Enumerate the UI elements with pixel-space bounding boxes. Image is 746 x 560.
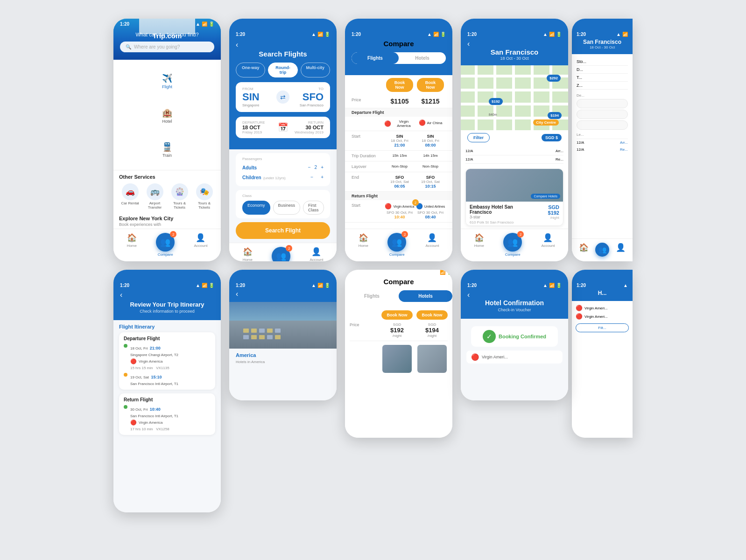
p-de-row1 (577, 99, 628, 108)
status-bar: 1:20 ▲ 📶 🔋 (113, 19, 221, 28)
pnav-compare[interactable]: 👥 (595, 243, 609, 257)
explore-subtitle: Book experiences with (119, 222, 215, 227)
cfab[interactable]: 👥 2 (387, 233, 406, 252)
adults-ctrl[interactable]: − 2 + (308, 165, 324, 170)
search-title: Search Flights (236, 50, 330, 58)
roundtrip-btn[interactable]: Round-trip (268, 63, 297, 77)
b4: 🔋 (324, 283, 330, 288)
ret-dot (124, 405, 127, 409)
cnav-compare[interactable]: 👥 2 Compare (387, 233, 406, 257)
snav-account[interactable]: 👤 Account (310, 247, 323, 261)
itinerary-body: Flight Itinerary Departure Flight 18 Oct… (113, 320, 221, 512)
nav-account[interactable]: 👤 Account (194, 233, 207, 257)
service-car-rental[interactable]: 🚗 Car Rental (119, 183, 141, 210)
search-flight-btn[interactable]: Search Flight (236, 222, 330, 239)
children-plus[interactable]: + (321, 175, 324, 180)
end2-date: 19 Oct, Sat (415, 180, 446, 184)
toggle-hotels[interactable]: Hotels (399, 52, 446, 64)
va-flag: 🔴 (384, 120, 391, 127)
toggle2-flights[interactable]: Flights (345, 290, 399, 302)
back-confirm[interactable]: ‹ (467, 291, 562, 299)
adults-minus[interactable]: − (308, 165, 311, 170)
toggle-flights[interactable]: Flights (352, 52, 399, 64)
snav-compare[interactable]: 👥 2 Compare (272, 247, 290, 261)
route-box: FROM SIN Singapore ⇄ TO SFO San Francisc… (236, 82, 330, 112)
multicity-btn[interactable]: Multi-city (301, 63, 330, 77)
sfnav-compare[interactable]: 👥 2 Compare (503, 233, 522, 257)
cnav-home[interactable]: 🏠 Home (359, 233, 368, 257)
tab-flight[interactable]: ✈️ Flight (117, 73, 217, 89)
scompare-icon: 👥 (276, 251, 286, 261)
w (259, 329, 265, 333)
screen-compare: 1:20 ▲ 📶 🔋 Compare Flights Hotels (345, 19, 452, 261)
swap-btn[interactable]: ⇄ (276, 91, 289, 104)
price-bubble-292[interactable]: $292 (547, 75, 561, 82)
currency-badge[interactable]: SGD $ (542, 134, 562, 141)
h-book-btn1[interactable]: Book Now (381, 310, 413, 320)
compare-hotels-btn[interactable]: Compare Hotels (531, 194, 560, 199)
economy-btn[interactable]: Economy (242, 201, 270, 215)
service-tours[interactable]: 🎡 Tours & Tickets (169, 183, 190, 210)
sfnav-home[interactable]: 🏠 Home (474, 233, 484, 257)
sfnav-home-label: Home (474, 244, 484, 248)
children-ctrl[interactable]: − + (310, 175, 324, 180)
compare-header: 1:20 ▲ 📶 🔋 Compare Flights Hotels (345, 19, 452, 75)
map-area[interactable]: $292 $192 $194 City Centre 840m (461, 65, 568, 130)
sfnav-account[interactable]: 👤 Account (541, 233, 555, 257)
p-section-de: De... (577, 93, 628, 130)
w6: 📶 (440, 270, 445, 275)
h-price-row: Price SGD $192 /night SGD $194 /night (350, 322, 448, 341)
cnav-account[interactable]: 👤 Account (425, 233, 439, 257)
ret-start2-date: SFO 30 Oct, Fri (415, 210, 446, 215)
h-book-btn2[interactable]: Book Now (416, 310, 448, 320)
ret-day: Wednesday 2019 (292, 130, 324, 134)
tab-train[interactable]: 🚆 Train (117, 142, 217, 158)
back-btn-itinerary[interactable]: ‹ (120, 291, 214, 299)
dates-row: DEPARTURE 18 OCT Friday 2019 📅 RETURN 30… (236, 117, 330, 138)
sfab[interactable]: 👥 2 (272, 247, 290, 261)
pfab[interactable]: 👥 (595, 243, 609, 257)
book-btn-2[interactable]: Book Now (417, 78, 444, 92)
business-btn[interactable]: Business (273, 201, 301, 215)
back-btn-search[interactable]: ‹ (236, 41, 330, 49)
snav-home-label: Home (243, 258, 253, 261)
compare-fab[interactable]: 👥 2 (156, 233, 175, 252)
p-label1: Sto... (577, 59, 586, 64)
pbot-filter-btn[interactable]: Filt... (576, 323, 629, 332)
calendar-icon[interactable]: 📅 (278, 122, 288, 133)
price-bubble-192[interactable]: $192 (489, 98, 503, 105)
search-bar[interactable]: 🔍 Where are you going? (120, 42, 214, 52)
back-building[interactable]: ‹ (236, 290, 330, 298)
pnav-home[interactable]: 🏠 (579, 243, 589, 257)
pbot-va-logo: 🔴 (576, 305, 583, 311)
pbot-title: H... (577, 290, 628, 296)
price-label: Price (352, 98, 384, 102)
nav-compare[interactable]: 👥 2 Compare (156, 233, 175, 257)
children-minus[interactable]: − (310, 175, 313, 180)
service-airport-transfer[interactable]: 🚌 Airport Transfer (144, 183, 166, 210)
hotel-img-2 (417, 345, 447, 373)
end1-date: 19 Oct, Sat (384, 180, 415, 184)
oneway-btn[interactable]: One-way (236, 63, 265, 77)
book-btn-1[interactable]: Book Now (386, 78, 413, 92)
service-transfer-label: Airport Transfer (144, 201, 166, 210)
service-tickets[interactable]: 🎭 Tours & Tickets (193, 183, 215, 210)
adults-plus[interactable]: + (321, 165, 324, 170)
w (267, 329, 273, 333)
dep-flight-header: Departure Flight (124, 336, 211, 341)
nav-home[interactable]: 🏠 Home (127, 233, 137, 257)
back-sf[interactable]: ‹ (467, 40, 562, 48)
filter-btn[interactable]: Filter (467, 133, 490, 142)
pnav-account[interactable]: 👤 (616, 243, 626, 257)
tab-hotel[interactable]: 🏨 Hotel (117, 108, 217, 124)
book-row: Book Now Book Now (345, 75, 452, 95)
snav-home[interactable]: 🏠 Home (243, 247, 253, 261)
price-bubble-194[interactable]: $194 (548, 112, 562, 119)
ret-start1-date: SFO 30 Oct, Fri (384, 210, 415, 215)
phone-home: 1:20 ▲ 📶 🔋 Trip.com What can we help you… (113, 19, 221, 261)
departure-flight-card: Departure Flight 18 Oct, Fri 21:00 Singa… (119, 332, 215, 390)
city-centre-label[interactable]: City Centre (533, 119, 559, 126)
sffab[interactable]: 👥 2 (503, 233, 522, 252)
toggle2-hotels[interactable]: Hotels (399, 290, 452, 302)
firstclass-btn[interactable]: First Class (303, 201, 324, 215)
